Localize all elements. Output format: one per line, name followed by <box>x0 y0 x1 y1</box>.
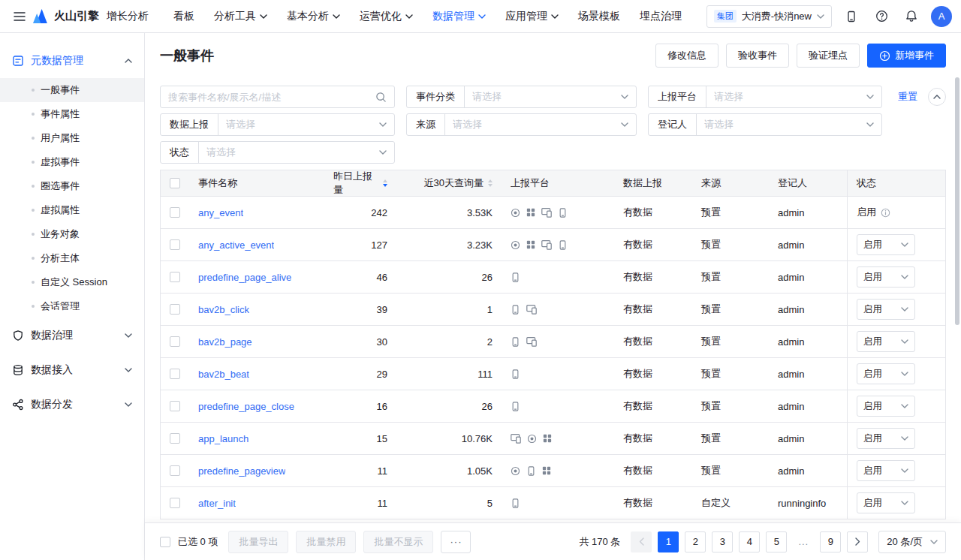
nav-item-3[interactable]: 运营优化 <box>350 0 423 32</box>
nav-item-5[interactable]: 应用管理 <box>496 0 568 32</box>
event-name-link[interactable]: bav2b_beat <box>198 369 249 380</box>
hamburger-menu-icon[interactable] <box>9 6 30 27</box>
miniapp-platform-icon <box>542 466 551 475</box>
next-page-button[interactable] <box>847 531 868 552</box>
search-input[interactable] <box>168 92 375 103</box>
sidebar-item-0-8[interactable]: 自定义 Session <box>0 270 144 294</box>
bulk-action-button-1[interactable]: 批量禁用 <box>296 531 356 553</box>
sidebar-item-0-2[interactable]: 用户属性 <box>0 126 144 150</box>
mobile-app-icon[interactable] <box>841 6 862 27</box>
pagination-ellipsis: ... <box>793 531 814 552</box>
event-name-link[interactable]: predefine_page_alive <box>198 272 291 283</box>
filter-data-report-select[interactable]: 请选择 <box>218 114 394 135</box>
header-action-button-2[interactable]: 验证埋点 <box>797 44 860 68</box>
status-select[interactable]: 启用 <box>857 266 915 288</box>
event-name-link[interactable]: predefine_pageview <box>198 465 285 477</box>
sidebar-section-3[interactable]: 数据分发 <box>0 387 144 422</box>
search-box <box>160 86 395 108</box>
bullet-dot-icon <box>32 113 35 116</box>
col-yesterday-count[interactable]: 昨日上报量 <box>324 170 396 196</box>
add-event-button[interactable]: 新增事件 <box>867 44 946 68</box>
sort-icon[interactable] <box>488 179 493 187</box>
event-name-link[interactable]: app_launch <box>198 433 249 444</box>
status-select[interactable]: 启用 <box>857 492 915 513</box>
event-name-link[interactable]: after_init <box>198 498 236 509</box>
logo[interactable]: 火山引擎 增长分析 <box>32 9 149 23</box>
event-name-link[interactable]: any_active_event <box>198 239 274 251</box>
row-checkbox[interactable] <box>170 207 180 218</box>
status-select[interactable]: 启用 <box>857 299 915 320</box>
filter-report-platform-select[interactable]: 请选择 <box>706 86 881 107</box>
row-checkbox[interactable] <box>170 304 180 315</box>
avatar[interactable]: A <box>931 6 952 27</box>
filter-event-category-select[interactable]: 请选择 <box>465 86 636 107</box>
filter-source-select[interactable]: 请选择 <box>445 114 636 135</box>
total-count: 共 170 条 <box>579 535 620 549</box>
nav-item-2[interactable]: 基本分析 <box>277 0 350 32</box>
event-name-link[interactable]: bav2b_page <box>198 336 252 348</box>
sidebar-section-2[interactable]: 数据接入 <box>0 353 144 387</box>
collapse-filters-button[interactable] <box>928 88 946 106</box>
nav-item-4[interactable]: 数据管理 <box>423 0 496 32</box>
row-checkbox[interactable] <box>170 369 180 379</box>
row-checkbox[interactable] <box>170 239 180 250</box>
nav-item-6[interactable]: 场景模板 <box>568 0 630 32</box>
event-name-link[interactable]: any_event <box>198 207 243 218</box>
status-select[interactable]: 启用 <box>857 331 915 352</box>
status-select[interactable]: 启用 <box>857 428 915 449</box>
row-checkbox[interactable] <box>170 433 180 444</box>
status-select[interactable]: 启用 <box>857 234 915 255</box>
page-button-9[interactable]: 9 <box>820 531 841 552</box>
header-action-button-1[interactable]: 验收事件 <box>726 44 789 68</box>
status-select[interactable]: 启用 <box>857 460 915 481</box>
sidebar-item-0-0[interactable]: 一般事件 <box>0 78 144 102</box>
row-checkbox[interactable] <box>170 336 180 347</box>
nav-item-7[interactable]: 埋点治理 <box>630 0 691 32</box>
sidebar-item-0-3[interactable]: 虚拟事件 <box>0 150 144 174</box>
filter-registrant-select[interactable]: 请选择 <box>697 114 881 135</box>
nav-item-1[interactable]: 分析工具 <box>204 0 277 32</box>
reset-filters-link[interactable]: 重置 <box>898 90 917 104</box>
notification-bell-icon[interactable] <box>901 6 922 27</box>
info-icon[interactable] <box>881 208 890 218</box>
page-button-2[interactable]: 2 <box>685 531 706 552</box>
nav-item-0[interactable]: 看板 <box>164 0 204 32</box>
row-checkbox[interactable] <box>170 401 180 411</box>
sidebar-item-0-9[interactable]: 会话管理 <box>0 294 144 318</box>
footer-select-checkbox[interactable] <box>160 537 170 547</box>
select-all-checkbox[interactable] <box>170 178 180 188</box>
page-button-3[interactable]: 3 <box>712 531 733 552</box>
query30-count: 1 <box>396 294 502 325</box>
event-name-link[interactable]: predefine_page_close <box>198 401 294 412</box>
col-query30-count[interactable]: 近30天查询量 <box>396 170 502 196</box>
bulk-action-button-0[interactable]: 批量导出 <box>228 531 288 553</box>
page-button-4[interactable]: 4 <box>739 531 760 552</box>
help-icon[interactable] <box>871 6 892 27</box>
scrollbar-thumb[interactable] <box>955 77 959 325</box>
status-select[interactable]: 启用 <box>857 396 915 417</box>
prev-page-button[interactable] <box>631 531 652 552</box>
sidebar-section-1[interactable]: 数据治理 <box>0 318 144 353</box>
search-icon[interactable] <box>375 92 387 103</box>
workspace-selector[interactable]: 集团 大消费-快消new <box>706 5 832 28</box>
sidebar-item-0-1[interactable]: 事件属性 <box>0 102 144 126</box>
header-action-button-0[interactable]: 修改信息 <box>655 44 718 68</box>
bulk-action-button-2[interactable]: 批量不显示 <box>363 531 433 553</box>
page-button-1[interactable]: 1 <box>658 531 679 552</box>
sidebar-item-0-5[interactable]: 虚拟属性 <box>0 198 144 222</box>
row-checkbox[interactable] <box>170 498 180 508</box>
filter-status-select[interactable]: 请选择 <box>199 142 394 163</box>
event-name-link[interactable]: bav2b_click <box>198 304 249 315</box>
row-checkbox[interactable] <box>170 465 180 476</box>
scrollbar[interactable] <box>955 36 959 557</box>
page-button-5[interactable]: 5 <box>766 531 787 552</box>
sort-icon[interactable] <box>383 179 387 187</box>
more-actions-button[interactable]: ··· <box>441 531 471 553</box>
row-checkbox[interactable] <box>170 272 180 282</box>
page-size-select[interactable]: 20 条/页 <box>878 531 946 553</box>
sidebar-item-0-4[interactable]: 圈选事件 <box>0 174 144 198</box>
sidebar-section-0[interactable]: 元数据管理 <box>0 44 144 78</box>
sidebar-item-0-7[interactable]: 分析主体 <box>0 246 144 270</box>
sidebar-item-0-6[interactable]: 业务对象 <box>0 222 144 246</box>
status-select[interactable]: 启用 <box>857 363 915 384</box>
